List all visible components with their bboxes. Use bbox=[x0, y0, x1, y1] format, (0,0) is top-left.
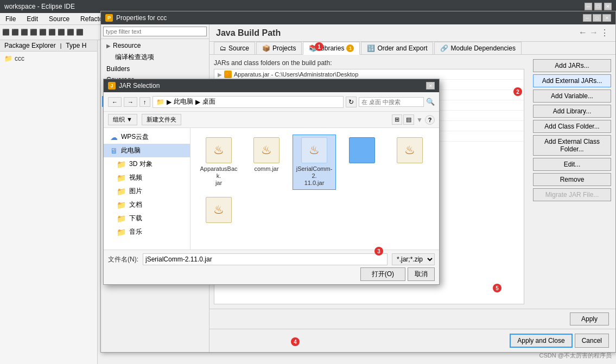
menu-source[interactable]: Source bbox=[46, 14, 73, 24]
window-title: workspace - Eclipse IDE bbox=[4, 3, 75, 10]
jar-nav-pictures[interactable]: 📁 图片 bbox=[104, 184, 190, 198]
tab-libraries[interactable]: 📚 Libraries 1 bbox=[303, 42, 360, 55]
migrate-jar-button[interactable]: Migrate JAR File... bbox=[533, 188, 611, 201]
file-item-apparatus-back[interactable]: ♨ ApparatusBack.jar bbox=[197, 135, 240, 190]
properties-minimize-button[interactable]: ─ bbox=[583, 14, 592, 22]
panel-tab-package-explorer[interactable]: Package Explorer | Type H bbox=[0, 40, 97, 52]
nav-label-wps-cloud: WPS云盘 bbox=[121, 132, 149, 142]
right-buttons-panel: Add JARs... Add External JARs... Add Var… bbox=[529, 55, 615, 309]
jar-symbol-extra1: ♨ bbox=[404, 143, 415, 157]
title-bar-controls: ─ □ ✕ bbox=[585, 3, 612, 10]
apparatus-back-name: ApparatusBack.jar bbox=[200, 165, 238, 187]
nav-label-video: 视频 bbox=[129, 173, 142, 182]
jar-nav-documents[interactable]: 📁 文档 bbox=[104, 198, 190, 212]
tab-order-export[interactable]: 🔢 Order and Export bbox=[361, 42, 433, 54]
page-title: Java Build Path bbox=[216, 28, 281, 38]
jar-nav-downloads[interactable]: 📁 下载 bbox=[104, 212, 190, 225]
file-item-jar-extra-2[interactable]: ♨ bbox=[197, 194, 240, 228]
tab-projects[interactable]: 📦 Projects bbox=[256, 42, 302, 54]
jar-files-area: ♨ ApparatusBack.jar ♨ comm.jar ♨ jSer bbox=[190, 128, 439, 250]
toolbar-icons: ⬛ ⬛ ⬛ ⬛ ⬛ ⬛ ⬛ ⬛ ⬛ bbox=[2, 29, 84, 36]
properties-dialog-title-text: Properties for ccc bbox=[116, 14, 167, 22]
jserial-name: jSerialComm-2.11.0.jar bbox=[295, 165, 333, 187]
minimize-button[interactable]: ─ bbox=[585, 3, 592, 10]
file-item-jar-extra-1[interactable]: ♨ bbox=[388, 135, 431, 190]
comm-name: comm.jar bbox=[254, 165, 278, 173]
libraries-badge: 1 bbox=[346, 44, 354, 52]
folder-icon bbox=[349, 137, 375, 163]
jar-organize-button[interactable]: 组织 ▼ bbox=[108, 114, 137, 125]
panel-tab-label: Package Explorer bbox=[4, 42, 56, 49]
jar-breadcrumb[interactable]: 📁 ▶ 此电脑 ▶ 桌面 bbox=[153, 96, 344, 108]
edit-button[interactable]: Edit... bbox=[533, 158, 611, 171]
properties-close-button[interactable]: ✕ bbox=[602, 14, 611, 22]
package-tree: 📁 ccc bbox=[0, 52, 97, 66]
jar-view-details-button[interactable]: ▤ bbox=[403, 114, 414, 125]
apply-row: Apply bbox=[209, 309, 615, 329]
add-variable-button[interactable]: Add Variable... bbox=[533, 90, 611, 103]
jar-view-list-button[interactable]: ⊞ bbox=[392, 114, 402, 125]
menu-edit[interactable]: Edit bbox=[23, 14, 41, 24]
expand-arrow-icon: ▶ bbox=[218, 72, 222, 78]
file-item-folder[interactable] bbox=[340, 135, 384, 190]
maximize-button[interactable]: □ bbox=[594, 3, 602, 10]
ccc-label: ccc bbox=[15, 55, 24, 62]
prop-item-compile-check-label: 编译检查选项 bbox=[115, 53, 154, 62]
jar-cancel-button[interactable]: 取消 bbox=[408, 267, 435, 281]
prop-item-resource[interactable]: ▶ Resource bbox=[102, 40, 208, 51]
file-item-jserial[interactable]: ♨ jSerialComm-2.11.0.jar bbox=[293, 135, 336, 190]
jar-dialog-bottom: 文件名(N): *.jar;*.zip 打开(O) 取消 bbox=[104, 250, 439, 284]
jar-nav-wps-cloud[interactable]: ☁ WPS云盘 bbox=[104, 130, 190, 144]
jar-new-folder-button[interactable]: 新建文件夹 bbox=[142, 114, 181, 125]
close-button[interactable]: ✕ bbox=[604, 3, 612, 10]
cancel-button[interactable]: Cancel bbox=[575, 334, 609, 348]
forward-arrow-icon[interactable]: → bbox=[589, 28, 598, 38]
breadcrumb-arrow-2: ▶ bbox=[195, 98, 200, 106]
tab-module-dependencies[interactable]: 🔗 Module Dependencies bbox=[434, 42, 521, 54]
back-arrow-icon[interactable]: ← bbox=[579, 28, 587, 38]
add-external-class-folder-button[interactable]: Add External Class Folder... bbox=[533, 135, 611, 156]
add-external-jars-button[interactable]: Add External JARs... bbox=[533, 74, 611, 87]
remove-button[interactable]: Remove bbox=[533, 173, 611, 186]
folder-music-icon: 📁 bbox=[117, 228, 126, 237]
panel-tab-type-h[interactable]: Type H bbox=[66, 42, 86, 49]
prop-item-builders[interactable]: Builders bbox=[102, 63, 208, 74]
properties-maximize-button[interactable]: □ bbox=[593, 14, 601, 22]
jar-dialog-title-bar: J JAR Selection ✕ bbox=[104, 79, 439, 92]
prop-item-compile-check[interactable]: 编译检查选项 bbox=[102, 51, 208, 63]
jar-help-button[interactable]: ? bbox=[425, 115, 435, 125]
prop-item-resource-label: Resource bbox=[113, 42, 141, 49]
pc-icon: 🖥 bbox=[110, 146, 118, 155]
jar-nav-3d[interactable]: 📁 3D 对象 bbox=[104, 157, 190, 171]
jar-up-button[interactable]: ↑ bbox=[139, 97, 150, 107]
jar-nav-music[interactable]: 📁 音乐 bbox=[104, 225, 190, 239]
jar-open-button[interactable]: 打开(O) bbox=[360, 267, 405, 281]
apply-and-close-button[interactable]: Apply and Close bbox=[510, 334, 572, 348]
add-class-folder-button[interactable]: Add Class Folder... bbox=[533, 120, 611, 133]
tab-source[interactable]: 🗂 Source bbox=[214, 42, 255, 54]
add-library-button[interactable]: Add Library... bbox=[533, 105, 611, 118]
jar-dialog-close-button[interactable]: ✕ bbox=[426, 82, 435, 90]
panel-separator: | bbox=[60, 43, 62, 49]
file-item-comm[interactable]: ♨ comm.jar bbox=[245, 135, 288, 190]
tree-item-ccc[interactable]: 📁 ccc bbox=[2, 54, 95, 63]
left-panel: Package Explorer | Type H 📁 ccc bbox=[0, 40, 98, 364]
menu-arrow-icon[interactable]: ⋮ bbox=[600, 28, 609, 38]
jar-search-input[interactable] bbox=[359, 97, 424, 107]
jar-back-button[interactable]: ← bbox=[108, 97, 122, 107]
menu-file[interactable]: File bbox=[2, 14, 19, 24]
jar-nav-this-pc[interactable]: 🖥 此电脑 bbox=[104, 144, 190, 157]
jar-refresh-button[interactable]: ↻ bbox=[346, 97, 357, 107]
apply-button[interactable]: Apply bbox=[570, 312, 609, 325]
jar-forward-button[interactable]: → bbox=[124, 97, 137, 107]
filter-input[interactable] bbox=[103, 27, 207, 36]
jar-selection-dialog: J JAR Selection ✕ ← → ↑ 📁 ▶ 此电脑 ▶ 桌面 ↻ bbox=[103, 79, 440, 285]
nav-label-this-pc: 此电脑 bbox=[121, 146, 141, 155]
tab-libraries-label: Libraries bbox=[319, 44, 344, 52]
jar-nav-video[interactable]: 📁 视频 bbox=[104, 171, 190, 184]
jar-extra-1-icon: ♨ bbox=[397, 137, 423, 163]
jar-filetype-dropdown[interactable]: *.jar;*.zip bbox=[392, 253, 435, 265]
add-jars-button[interactable]: Add JARs... bbox=[533, 59, 611, 72]
jar-dialog-title-left: J JAR Selection bbox=[108, 82, 160, 90]
jar-filename-input[interactable] bbox=[143, 253, 388, 265]
